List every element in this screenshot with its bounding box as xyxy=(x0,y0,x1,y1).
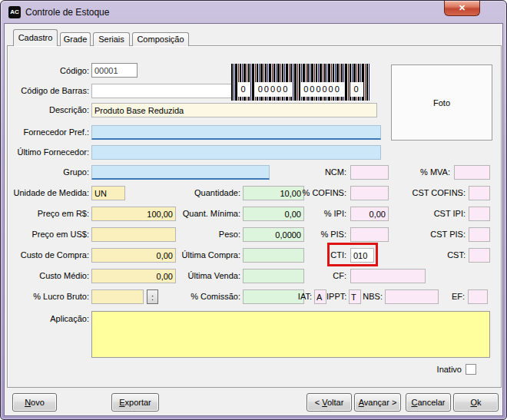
cst-ipi-label: CST IPI: xyxy=(397,207,466,221)
barcode-image: 0 00000 000000 0 xyxy=(231,64,369,101)
photo-label: Foto xyxy=(433,98,450,107)
app-icon: AC xyxy=(8,6,21,18)
pis-label: % PIS: xyxy=(283,227,346,242)
ipi-label: % IPI: xyxy=(283,207,346,221)
aplicacao-textarea[interactable] xyxy=(91,311,490,358)
codigo-barras-input[interactable] xyxy=(91,84,234,98)
grupo-input[interactable] xyxy=(91,165,270,180)
ok-button[interactable]: Ok xyxy=(453,393,499,412)
lucro-bruto-input[interactable] xyxy=(91,289,144,304)
ncm-input[interactable] xyxy=(350,165,389,180)
mva-label: % MVA: xyxy=(397,165,450,180)
descricao-label: Descrição: xyxy=(5,103,89,117)
cancelar-button[interactable]: Cancelar xyxy=(406,393,451,412)
cst-ipi-input[interactable] xyxy=(469,207,490,221)
window-titlebar: AC Controle de Estoque ✕ xyxy=(1,1,506,24)
novo-button[interactable]: Novo xyxy=(12,393,57,412)
cf-input[interactable] xyxy=(350,269,426,283)
cst-pis-label: CST PIS: xyxy=(397,227,466,242)
custo-compra-input[interactable] xyxy=(91,248,176,263)
cst-input[interactable] xyxy=(469,248,490,263)
peso-label: Peso: xyxy=(177,227,240,242)
tab-cadastro[interactable]: Cadastro xyxy=(13,29,58,46)
mva-input[interactable] xyxy=(454,165,490,180)
custo-compra-label: Custo de Compra: xyxy=(5,248,89,263)
fornecedor-pref-input[interactable] xyxy=(91,125,381,140)
ultima-compra-label: Última Compra: xyxy=(177,248,240,263)
ippt-label: IPPT: xyxy=(326,289,346,304)
cst-pis-input[interactable] xyxy=(469,227,490,242)
cofins-input[interactable] xyxy=(350,186,389,200)
ef-label: EF: xyxy=(442,289,465,304)
unidade-medida-input[interactable] xyxy=(91,186,125,200)
unidade-medida-label: Unidade de Medida: xyxy=(5,186,89,200)
preco-uss-input[interactable] xyxy=(91,227,176,242)
ef-input[interactable] xyxy=(468,289,488,304)
codigo-label: Código: xyxy=(5,64,89,78)
cst-label: CST: xyxy=(397,248,466,263)
cofins-label: % COFINS: xyxy=(283,186,346,200)
barcode-digit-group: 000000 xyxy=(300,82,344,97)
preco-rs-input[interactable] xyxy=(91,207,176,221)
ippt-input[interactable] xyxy=(349,289,361,304)
ipi-input[interactable] xyxy=(350,207,389,221)
custo-medio-input[interactable] xyxy=(91,269,176,283)
iat-input[interactable] xyxy=(314,289,326,304)
nbs-input[interactable] xyxy=(385,289,439,304)
lucro-bruto-lookup-button[interactable]: : xyxy=(147,289,158,304)
ultima-venda-label: Última Venda: xyxy=(177,269,240,283)
iat-label: IAT: xyxy=(291,289,312,304)
window-title: Controle de Estoque xyxy=(25,7,109,18)
cti-highlight-box xyxy=(327,243,378,266)
exportar-button[interactable]: Exportar xyxy=(111,393,159,412)
barcode-digit-group: 0 xyxy=(237,82,250,97)
tab-seriais[interactable]: Seriais xyxy=(93,32,130,46)
descricao-input[interactable] xyxy=(91,103,377,117)
tab-grade[interactable]: Grade xyxy=(60,32,91,46)
lucro-bruto-label: % Lucro Bruto: xyxy=(5,289,89,304)
close-button[interactable]: ✕ xyxy=(444,1,480,16)
cf-label: CF: xyxy=(283,269,346,283)
pis-input[interactable] xyxy=(350,227,389,242)
quant-minima-label: Quant. Mínima: xyxy=(177,207,240,221)
aplicacao-label: Aplicação: xyxy=(5,312,89,326)
codigo-input[interactable] xyxy=(91,63,138,78)
codigo-barras-label: Código de Barras: xyxy=(5,84,89,98)
custo-medio-label: Custo Médio: xyxy=(5,269,89,283)
preco-rs-label: Preço em R$: xyxy=(5,207,89,221)
inativo-label: Inativo xyxy=(408,362,462,377)
avancar-button[interactable]: Avançar > xyxy=(354,393,401,412)
cst-cofins-input[interactable] xyxy=(469,186,490,200)
ultimo-fornecedor-label: Último Fornecedor: xyxy=(5,145,89,160)
comissao-label: % Comissão: xyxy=(177,289,240,304)
photo-box[interactable]: Foto xyxy=(391,64,492,141)
cst-cofins-label: CST COFINS: xyxy=(397,186,466,200)
ultimo-fornecedor-input[interactable] xyxy=(91,145,381,160)
tab-composicao[interactable]: Composição xyxy=(132,32,189,46)
grupo-label: Grupo: xyxy=(5,165,89,180)
voltar-button[interactable]: < Voltar xyxy=(307,393,352,412)
window: AC Controle de Estoque ✕ Cadastro Grade … xyxy=(0,0,507,420)
quantidade-label: Quantidade: xyxy=(177,186,240,200)
barcode-digit-group: 00000 xyxy=(254,82,293,97)
barcode-digit-group: 0 xyxy=(350,82,363,97)
preco-uss-label: Preço em US$: xyxy=(5,227,89,242)
fornecedor-pref-label: Fornecedor Pref.: xyxy=(5,125,89,140)
ncm-label: NCM: xyxy=(283,165,346,180)
nbs-label: NBS: xyxy=(361,289,383,304)
inativo-checkbox[interactable] xyxy=(466,364,476,375)
